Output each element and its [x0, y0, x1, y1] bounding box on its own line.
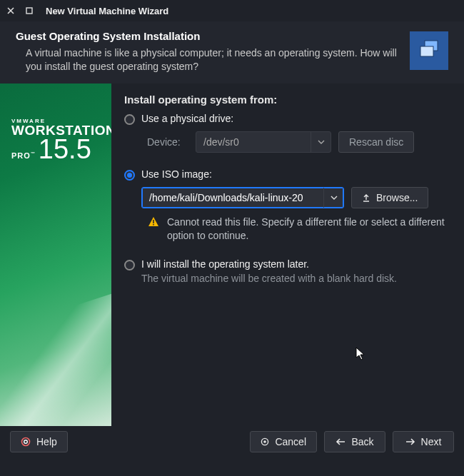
svg-rect-0 [26, 8, 32, 14]
iso-path-input[interactable]: /home/kali/Downloads/kali-linux-20 [141, 187, 344, 208]
cancel-button[interactable]: Cancel [250, 431, 317, 452]
wizard-header-icon [410, 31, 448, 70]
titlebar: New Virtual Machine Wizard [0, 0, 464, 21]
option-physical-drive: Use a physical drive: Device: /dev/sr0 R… [124, 113, 454, 153]
svg-rect-2 [420, 46, 433, 56]
header-subtitle: A virtual machine is like a physical com… [16, 46, 400, 74]
back-button[interactable]: Back [324, 431, 385, 452]
device-label: Device: [147, 136, 188, 148]
arrow-right-icon [405, 438, 415, 445]
wizard-main: Install operating system from: Use a phy… [111, 83, 464, 426]
option-install-later: I will install the operating system late… [124, 258, 454, 284]
main-heading: Install operating system from: [124, 93, 454, 106]
radio-iso-image[interactable] [124, 170, 135, 181]
arrow-left-icon [336, 438, 346, 445]
upload-icon [362, 193, 370, 202]
maximize-icon[interactable] [24, 6, 34, 16]
device-select[interactable]: /dev/sr0 [196, 131, 331, 153]
cancel-icon [261, 437, 269, 446]
svg-point-8 [264, 440, 267, 443]
help-button[interactable]: Help [10, 431, 68, 452]
svg-point-5 [22, 437, 30, 445]
option-later-desc: The virtual machine will be created with… [141, 273, 454, 284]
wizard-header: Guest Operating System Installation A vi… [0, 21, 464, 83]
svg-point-6 [24, 440, 28, 443]
radio-physical-drive[interactable] [124, 114, 135, 125]
warning-icon [147, 216, 160, 228]
help-icon [21, 437, 31, 447]
wizard-footer: Help Cancel Back Next [0, 426, 464, 457]
header-title: Guest Operating System Installation [16, 30, 400, 42]
svg-rect-3 [153, 220, 154, 223]
close-icon[interactable] [6, 6, 16, 16]
next-button[interactable]: Next [393, 431, 454, 452]
iso-warning-text: Cannot read this file. Specify a differe… [167, 216, 454, 243]
option-iso-label[interactable]: Use ISO image: [141, 168, 212, 180]
chevron-down-icon[interactable] [323, 188, 343, 208]
wizard-sidebar: VMWARE WORKSTATION PRO™ 15.5 [0, 83, 111, 426]
browse-button[interactable]: Browse... [351, 187, 428, 208]
rescan-disc-button[interactable]: Rescan disc [338, 131, 414, 153]
svg-rect-4 [153, 224, 154, 226]
option-iso-image: Use ISO image: /home/kali/Downloads/kali… [124, 168, 454, 243]
chevron-down-icon[interactable] [311, 132, 331, 152]
brand-logo: VMWARE WORKSTATION PRO™ 15.5 [11, 118, 111, 165]
window-title: New Virtual Machine Wizard [46, 6, 168, 16]
option-later-label[interactable]: I will install the operating system late… [141, 258, 309, 270]
option-physical-label[interactable]: Use a physical drive: [141, 113, 233, 124]
radio-install-later[interactable] [124, 260, 135, 270]
